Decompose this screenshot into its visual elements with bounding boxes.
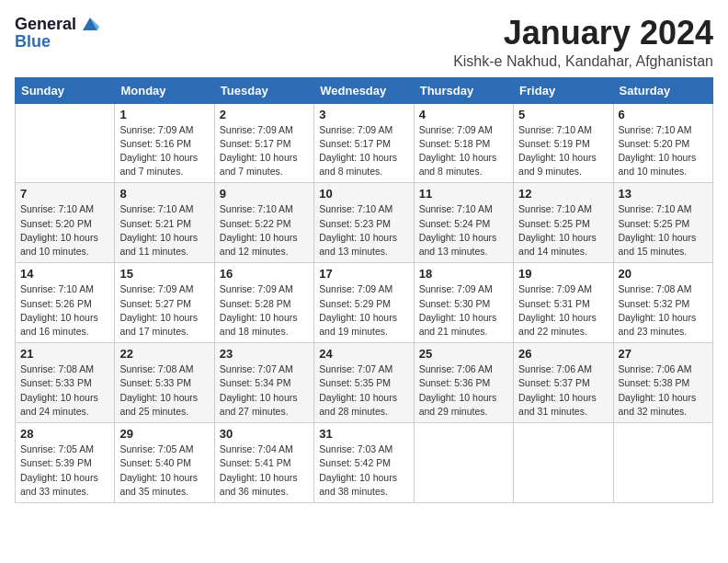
day-cell: 5Sunrise: 7:10 AMSunset: 5:19 PMDaylight… <box>514 103 613 183</box>
week-row-5: 28Sunrise: 7:05 AMSunset: 5:39 PMDayligh… <box>16 423 713 503</box>
day-cell: 30Sunrise: 7:04 AMSunset: 5:41 PMDayligh… <box>214 423 313 503</box>
day-cell: 14Sunrise: 7:10 AMSunset: 5:26 PMDayligh… <box>16 263 115 343</box>
col-sunday: Sunday <box>16 77 115 103</box>
day-cell: 3Sunrise: 7:09 AMSunset: 5:17 PMDaylight… <box>314 103 414 183</box>
day-number: 20 <box>619 267 708 281</box>
day-cell: 4Sunrise: 7:09 AMSunset: 5:18 PMDaylight… <box>414 103 513 183</box>
day-cell <box>16 103 115 183</box>
day-cell: 17Sunrise: 7:09 AMSunset: 5:29 PMDayligh… <box>314 263 414 343</box>
day-number: 12 <box>518 187 608 201</box>
day-number: 29 <box>119 427 209 441</box>
day-number: 17 <box>319 267 408 281</box>
day-info: Sunrise: 7:09 AMSunset: 5:17 PMDaylight:… <box>319 123 408 179</box>
day-info: Sunrise: 7:07 AMSunset: 5:35 PMDaylight:… <box>319 362 408 419</box>
day-number: 15 <box>119 267 209 281</box>
day-number: 30 <box>220 427 309 441</box>
day-number: 27 <box>619 347 708 361</box>
day-info: Sunrise: 7:10 AMSunset: 5:26 PMDaylight:… <box>20 282 109 339</box>
week-row-1: 1Sunrise: 7:09 AMSunset: 5:16 PMDaylight… <box>16 103 713 183</box>
day-cell <box>613 423 712 503</box>
day-number: 28 <box>20 427 109 441</box>
day-info: Sunrise: 7:09 AMSunset: 5:27 PMDaylight:… <box>119 282 209 339</box>
day-number: 3 <box>319 108 408 121</box>
day-number: 21 <box>20 347 109 361</box>
day-info: Sunrise: 7:09 AMSunset: 5:31 PMDaylight:… <box>518 282 608 339</box>
day-cell: 13Sunrise: 7:10 AMSunset: 5:25 PMDayligh… <box>613 183 712 263</box>
day-info: Sunrise: 7:10 AMSunset: 5:22 PMDaylight:… <box>220 202 309 259</box>
day-info: Sunrise: 7:10 AMSunset: 5:23 PMDaylight:… <box>319 202 408 259</box>
col-thursday: Thursday <box>414 77 513 103</box>
day-cell: 8Sunrise: 7:10 AMSunset: 5:21 PMDaylight… <box>115 183 214 263</box>
header-row: Sunday Monday Tuesday Wednesday Thursday… <box>16 77 713 103</box>
col-saturday: Saturday <box>613 77 712 103</box>
day-cell: 20Sunrise: 7:08 AMSunset: 5:32 PMDayligh… <box>613 263 712 343</box>
day-cell: 10Sunrise: 7:10 AMSunset: 5:23 PMDayligh… <box>314 183 414 263</box>
day-number: 18 <box>419 267 508 281</box>
day-cell: 11Sunrise: 7:10 AMSunset: 5:24 PMDayligh… <box>414 183 513 263</box>
day-info: Sunrise: 7:10 AMSunset: 5:21 PMDaylight:… <box>119 202 209 259</box>
day-info: Sunrise: 7:05 AMSunset: 5:40 PMDaylight:… <box>119 442 209 499</box>
week-row-3: 14Sunrise: 7:10 AMSunset: 5:26 PMDayligh… <box>16 263 713 343</box>
day-number: 26 <box>518 347 608 361</box>
day-info: Sunrise: 7:07 AMSunset: 5:34 PMDaylight:… <box>220 362 309 419</box>
day-number: 22 <box>119 347 209 361</box>
day-cell <box>414 423 513 503</box>
day-info: Sunrise: 7:06 AMSunset: 5:38 PMDaylight:… <box>619 362 708 419</box>
day-cell: 1Sunrise: 7:09 AMSunset: 5:16 PMDaylight… <box>115 103 214 183</box>
day-number: 6 <box>619 108 708 121</box>
day-info: Sunrise: 7:08 AMSunset: 5:33 PMDaylight:… <box>20 362 109 419</box>
day-info: Sunrise: 7:06 AMSunset: 5:37 PMDaylight:… <box>518 362 608 419</box>
page-header: General Blue January 2024 Kishk-e Nakhud… <box>15 15 713 70</box>
page-container: General Blue January 2024 Kishk-e Nakhud… <box>15 15 713 503</box>
day-info: Sunrise: 7:10 AMSunset: 5:25 PMDaylight:… <box>518 202 608 259</box>
day-number: 9 <box>220 187 309 201</box>
logo-general: General <box>15 15 76 34</box>
day-number: 14 <box>20 267 109 281</box>
day-cell: 26Sunrise: 7:06 AMSunset: 5:37 PMDayligh… <box>514 343 613 423</box>
logo-blue: Blue <box>15 32 99 52</box>
logo: General Blue <box>15 15 99 52</box>
day-number: 1 <box>119 108 209 121</box>
day-cell: 2Sunrise: 7:09 AMSunset: 5:17 PMDaylight… <box>214 103 313 183</box>
week-row-2: 7Sunrise: 7:10 AMSunset: 5:20 PMDaylight… <box>16 183 713 263</box>
day-info: Sunrise: 7:10 AMSunset: 5:20 PMDaylight:… <box>619 123 708 179</box>
day-number: 7 <box>20 187 109 201</box>
day-cell: 15Sunrise: 7:09 AMSunset: 5:27 PMDayligh… <box>115 263 214 343</box>
day-cell: 21Sunrise: 7:08 AMSunset: 5:33 PMDayligh… <box>16 343 115 423</box>
col-wednesday: Wednesday <box>314 77 414 103</box>
week-row-4: 21Sunrise: 7:08 AMSunset: 5:33 PMDayligh… <box>16 343 713 423</box>
col-tuesday: Tuesday <box>214 77 313 103</box>
day-cell: 12Sunrise: 7:10 AMSunset: 5:25 PMDayligh… <box>514 183 613 263</box>
day-cell: 25Sunrise: 7:06 AMSunset: 5:36 PMDayligh… <box>414 343 513 423</box>
day-info: Sunrise: 7:08 AMSunset: 5:33 PMDaylight:… <box>119 362 209 419</box>
day-number: 23 <box>220 347 309 361</box>
day-info: Sunrise: 7:09 AMSunset: 5:18 PMDaylight:… <box>419 123 508 179</box>
day-cell: 28Sunrise: 7:05 AMSunset: 5:39 PMDayligh… <box>16 423 115 503</box>
day-info: Sunrise: 7:09 AMSunset: 5:29 PMDaylight:… <box>319 282 408 339</box>
day-info: Sunrise: 7:09 AMSunset: 5:30 PMDaylight:… <box>419 282 508 339</box>
day-number: 4 <box>419 108 508 121</box>
day-number: 25 <box>419 347 508 361</box>
day-number: 24 <box>319 347 408 361</box>
day-info: Sunrise: 7:03 AMSunset: 5:42 PMDaylight:… <box>319 442 408 499</box>
day-cell: 7Sunrise: 7:10 AMSunset: 5:20 PMDaylight… <box>16 183 115 263</box>
day-number: 16 <box>220 267 309 281</box>
calendar-table: Sunday Monday Tuesday Wednesday Thursday… <box>15 77 713 503</box>
day-cell: 9Sunrise: 7:10 AMSunset: 5:22 PMDaylight… <box>214 183 313 263</box>
day-number: 5 <box>518 108 608 121</box>
title-block: January 2024 Kishk-e Nakhud, Kandahar, A… <box>453 15 713 70</box>
day-number: 31 <box>319 427 408 441</box>
col-friday: Friday <box>514 77 613 103</box>
day-cell: 18Sunrise: 7:09 AMSunset: 5:30 PMDayligh… <box>414 263 513 343</box>
day-cell: 16Sunrise: 7:09 AMSunset: 5:28 PMDayligh… <box>214 263 313 343</box>
day-number: 19 <box>518 267 608 281</box>
day-info: Sunrise: 7:09 AMSunset: 5:16 PMDaylight:… <box>119 123 209 179</box>
day-cell: 29Sunrise: 7:05 AMSunset: 5:40 PMDayligh… <box>115 423 214 503</box>
col-monday: Monday <box>115 77 214 103</box>
day-info: Sunrise: 7:09 AMSunset: 5:17 PMDaylight:… <box>220 123 309 179</box>
day-number: 10 <box>319 187 408 201</box>
day-info: Sunrise: 7:09 AMSunset: 5:28 PMDaylight:… <box>220 282 309 339</box>
day-number: 11 <box>419 187 508 201</box>
day-number: 2 <box>220 108 309 121</box>
day-cell <box>514 423 613 503</box>
